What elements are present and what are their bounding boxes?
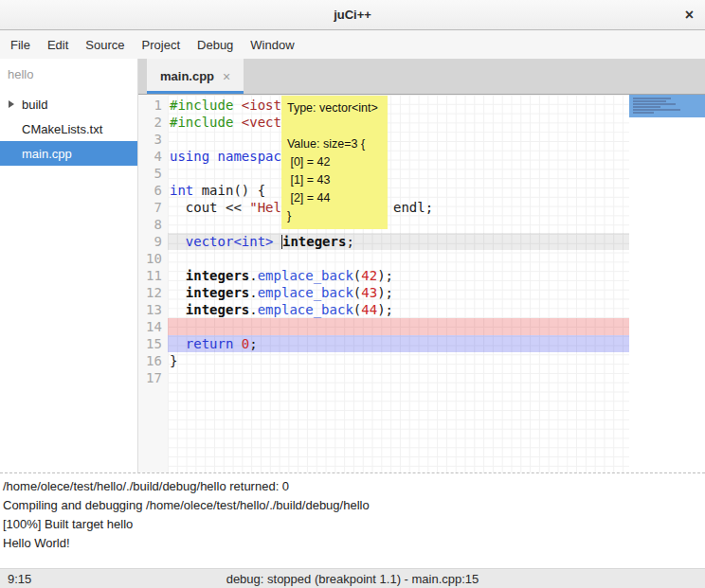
code-token: );: [377, 285, 393, 300]
line-number[interactable]: 2: [138, 114, 162, 131]
code-line-11[interactable]: integers.emplace_back(42);: [168, 267, 629, 284]
tab-bar: main.cpp×: [138, 59, 705, 95]
code-token: }: [170, 353, 177, 368]
code-token: 42: [361, 268, 377, 283]
code-token: namespace: [218, 149, 290, 164]
sidebar-item-build[interactable]: build: [0, 92, 137, 116]
code-token: emplace_back: [258, 268, 353, 283]
code-line-10[interactable]: [168, 250, 629, 267]
code-token: ;: [249, 336, 257, 351]
code-area[interactable]: #include <iostream>#include <vector>usin…: [168, 95, 629, 472]
code-line-17[interactable]: [168, 369, 629, 386]
code-line-4[interactable]: using namespace std;: [168, 148, 629, 165]
minimap[interactable]: [629, 95, 705, 472]
code-line-8[interactable]: [168, 216, 629, 233]
line-number[interactable]: 12: [138, 284, 162, 301]
code-line-7[interactable]: cout << "Hello World!" << endl;: [168, 199, 629, 216]
menu-item-file[interactable]: File: [2, 33, 39, 57]
triangle-right-icon[interactable]: [9, 100, 14, 108]
line-number[interactable]: 8: [138, 216, 162, 233]
close-tab-icon[interactable]: ×: [223, 69, 230, 84]
minimap-code-preview: [633, 100, 665, 102]
code-line-6[interactable]: int main() {: [168, 182, 629, 199]
code-token: emplace_back: [258, 285, 353, 300]
menu-item-window[interactable]: Window: [242, 33, 302, 57]
code-token: int: [170, 183, 193, 198]
code-token: [170, 285, 186, 300]
tooltip-line: }: [287, 207, 382, 225]
code-line-3[interactable]: [168, 131, 629, 148]
tooltip-line: [1] = 43: [287, 171, 382, 189]
code-line-1[interactable]: #include <iostream>: [168, 97, 629, 114]
code-token: integers: [186, 268, 249, 283]
tab-main-cpp[interactable]: main.cpp×: [147, 59, 244, 94]
active-tab-indicator: [147, 91, 244, 94]
line-number[interactable]: 6: [138, 182, 162, 199]
line-number[interactable]: 7: [138, 199, 162, 216]
tooltip-line: Value: size=3 {: [287, 135, 382, 153]
code-token: main() {: [193, 183, 265, 198]
window-title: juCi++: [334, 8, 371, 22]
code-lines: #include <iostream>#include <vector>usin…: [168, 97, 629, 386]
title-bar: juCi++ ×: [0, 0, 705, 30]
code-line-15[interactable]: return 0;: [168, 335, 629, 352]
code-line-9[interactable]: vector<int> integers;: [168, 233, 629, 250]
code-line-14[interactable]: [168, 318, 629, 335]
code-token: [170, 302, 186, 317]
debug-status: debug: stopped (breakpoint 1.1) - main.c…: [0, 572, 705, 586]
file-tree-sidebar: hello buildCMakeLists.txtmain.cpp: [0, 59, 138, 472]
line-number[interactable]: 13: [138, 301, 162, 318]
line-number[interactable]: 1: [138, 97, 162, 114]
code-token: #include: [170, 98, 242, 113]
code-token: integers: [186, 302, 249, 317]
editor-panel: main.cpp× 1234567891011121314151617 #inc…: [138, 59, 705, 472]
menu-item-edit[interactable]: Edit: [39, 33, 77, 57]
line-number[interactable]: 10: [138, 250, 162, 267]
minimap-code-preview: [633, 98, 671, 99]
code-token: integers: [282, 234, 346, 249]
code-token: return: [186, 336, 234, 351]
line-number[interactable]: 5: [138, 165, 162, 182]
main-area: hello buildCMakeLists.txtmain.cpp main.c…: [0, 59, 705, 472]
sidebar-item-main-cpp[interactable]: main.cpp: [0, 141, 137, 166]
code-token: .: [249, 285, 257, 300]
code-line-16[interactable]: }: [168, 352, 629, 369]
line-number[interactable]: 17: [138, 369, 162, 386]
code-line-2[interactable]: #include <vector>: [168, 114, 629, 131]
code-token: .: [249, 268, 257, 283]
line-number[interactable]: 3: [138, 131, 162, 148]
line-number[interactable]: 14: [138, 318, 162, 335]
code-token: );: [377, 302, 393, 317]
line-number[interactable]: 9: [138, 233, 162, 250]
code-token: [233, 336, 241, 351]
line-number[interactable]: 16: [138, 352, 162, 369]
minimap-visible-region[interactable]: [629, 95, 705, 117]
sidebar-item-cmakelists-txt[interactable]: CMakeLists.txt: [0, 116, 137, 141]
console-line: Hello World!: [3, 534, 702, 553]
editor: 1234567891011121314151617 #include <iost…: [138, 95, 705, 472]
console-line: [100%] Built target hello: [3, 515, 702, 534]
build-output-console: /home/olece/test/hello/./build/debug/hel…: [0, 472, 705, 568]
code-line-12[interactable]: integers.emplace_back(43);: [168, 284, 629, 301]
menu-item-project[interactable]: Project: [134, 33, 189, 57]
code-line-5[interactable]: [168, 165, 629, 182]
line-number-gutter[interactable]: 1234567891011121314151617: [138, 95, 168, 472]
menu-item-debug[interactable]: Debug: [189, 33, 242, 57]
code-token: vector<int>: [186, 234, 274, 249]
tooltip-line: [0] = 42: [287, 153, 382, 171]
menu-item-source[interactable]: Source: [77, 33, 133, 57]
code-line-13[interactable]: integers.emplace_back(44);: [168, 301, 629, 318]
line-number[interactable]: 15: [138, 335, 162, 352]
code-token: 44: [361, 302, 377, 317]
file-tree: buildCMakeLists.txtmain.cpp: [0, 92, 137, 166]
line-number[interactable]: 11: [138, 267, 162, 284]
code-token: using: [170, 149, 209, 164]
minimap-code-preview: [633, 106, 660, 108]
minimap-code-preview: [633, 112, 654, 114]
code-token: [274, 234, 281, 249]
close-icon[interactable]: ×: [685, 0, 694, 29]
minimap-code-preview: [633, 109, 680, 111]
code-token: 0: [242, 336, 249, 351]
line-number[interactable]: 4: [138, 148, 162, 165]
tooltip-line: Type: vector<int>: [287, 99, 382, 117]
